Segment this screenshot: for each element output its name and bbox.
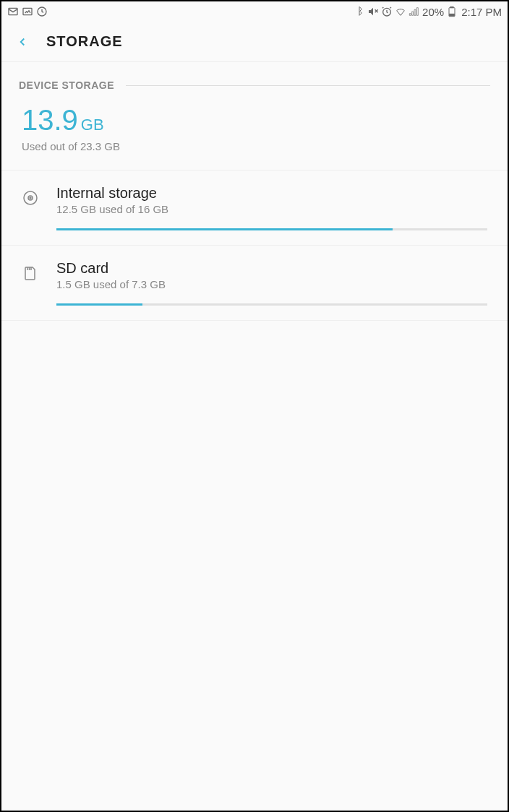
bluetooth-icon [354, 6, 365, 17]
sdcard-storage-progress [56, 303, 487, 306]
internal-storage-row[interactable]: Internal storage 12.5 GB used of 16 GB [1, 170, 508, 246]
mute-icon [367, 6, 379, 17]
total-used-value: 13.9 [22, 104, 78, 136]
wifi-icon [395, 6, 406, 17]
status-right-icons: 20% 2:17 PM [354, 6, 502, 18]
sync-icon [36, 6, 48, 17]
internal-storage-title: Internal storage [56, 185, 487, 202]
internal-storage-subtitle: 12.5 GB used of 16 GB [56, 203, 487, 215]
alarm-icon [381, 6, 393, 17]
image-icon [22, 6, 33, 17]
svg-point-11 [30, 197, 31, 199]
internal-storage-progress [56, 228, 487, 230]
sdcard-storage-body: SD card 1.5 GB used of 7.3 GB [56, 260, 487, 306]
sdcard-storage-subtitle: 1.5 GB used of 7.3 GB [56, 278, 487, 290]
disc-icon [22, 189, 39, 207]
page-title: STORAGE [46, 33, 123, 50]
status-bar: 20% 2:17 PM [1, 1, 508, 22]
section-divider [126, 85, 490, 86]
sdcard-icon [22, 264, 39, 282]
sdcard-storage-title: SD card [56, 260, 487, 277]
mail-icon [7, 6, 19, 17]
total-storage-block: 13.9GB Used out of 23.3 GB [1, 97, 508, 170]
sdcard-storage-progress-fill [56, 303, 142, 306]
battery-icon [446, 6, 458, 17]
total-used-unit: GB [81, 116, 104, 134]
internal-storage-body: Internal storage 12.5 GB used of 16 GB [56, 185, 487, 230]
svg-rect-7 [450, 7, 453, 7]
back-icon[interactable] [16, 35, 29, 48]
status-left-icons [7, 6, 48, 17]
svg-rect-1 [23, 8, 32, 14]
app-bar: STORAGE [1, 22, 508, 62]
status-time: 2:17 PM [461, 6, 502, 18]
total-used-subtitle: Used out of 23.3 GB [22, 140, 487, 152]
total-storage-value-row: 13.9GB [22, 105, 487, 134]
battery-percent: 20% [422, 6, 444, 18]
svg-rect-8 [450, 14, 455, 16]
internal-storage-progress-fill [56, 228, 393, 230]
section-header: DEVICE STORAGE [1, 62, 508, 97]
sdcard-storage-row[interactable]: SD card 1.5 GB used of 7.3 GB [1, 246, 508, 321]
signal-icon [409, 6, 420, 17]
section-label: DEVICE STORAGE [19, 79, 114, 91]
